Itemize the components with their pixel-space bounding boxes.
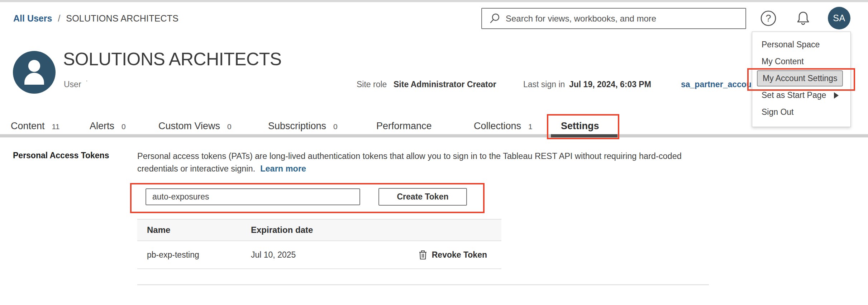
pat-description: Personal access tokens (PATs) are long-l…: [137, 150, 682, 175]
last-sign-in-value: Jul 19, 2024, 6:03 PM: [569, 80, 651, 89]
tab-performance[interactable]: Performance: [376, 121, 432, 132]
pat-description-line2-text: credentials or interactive signin.: [137, 164, 255, 173]
column-header-name: Name: [147, 225, 170, 235]
bell-icon: [795, 10, 812, 27]
window-top-edge: [0, 0, 868, 2]
tab-content[interactable]: Content 11: [11, 121, 59, 132]
tab-collections[interactable]: Collections 1: [474, 121, 533, 132]
set-as-start-page-label: Set as Start Page: [762, 90, 826, 100]
user-settings-page: All Users / SOLUTIONS ARCHITECTS ? SA Pe…: [0, 0, 868, 305]
breadcrumb-current-page: SOLUTIONS ARCHITECTS: [66, 13, 178, 24]
profile-type-label: User': [64, 80, 87, 89]
person-icon: [13, 51, 56, 94]
search-input[interactable]: [501, 14, 745, 24]
page-title: SOLUTIONS ARCHITECTS: [63, 49, 282, 70]
tab-content-count: 11: [52, 122, 60, 131]
token-name-input[interactable]: [146, 188, 360, 205]
tab-alerts-count: 0: [121, 122, 126, 131]
tab-collections-label: Collections: [474, 121, 521, 132]
trash-icon: [418, 249, 428, 260]
user-avatar-button[interactable]: SA: [828, 7, 850, 29]
menu-item-sign-out[interactable]: Sign Out: [752, 104, 850, 121]
token-table-header: Name Expiration date: [137, 219, 501, 241]
search-icon: [488, 13, 501, 25]
help-icon: ?: [760, 10, 777, 27]
active-tab-indicator: [551, 134, 617, 137]
submenu-arrow-icon: [834, 92, 839, 99]
pat-description-line2: credentials or interactive signin.Learn …: [137, 163, 682, 175]
tab-settings[interactable]: Settings: [561, 121, 599, 132]
tab-custom-views[interactable]: Custom Views 0: [158, 121, 232, 132]
menu-item-set-as-start-page[interactable]: Set as Start Page: [752, 87, 850, 104]
pat-section-title: Personal Access Tokens: [13, 151, 109, 160]
tab-alerts[interactable]: Alerts 0: [90, 121, 126, 132]
section-divider: [137, 284, 709, 285]
profile-type-mark: ': [86, 80, 87, 86]
menu-item-personal-space[interactable]: Personal Space: [752, 36, 850, 53]
column-header-expiration: Expiration date: [251, 225, 313, 235]
last-sign-in-label: Last sign in: [523, 80, 565, 89]
tab-subscriptions-label: Subscriptions: [268, 121, 326, 132]
revoke-token-button[interactable]: Revoke Token: [418, 249, 487, 260]
create-token-button[interactable]: Create Token: [378, 188, 467, 206]
notifications-button[interactable]: [794, 9, 812, 27]
profile-avatar: [13, 51, 56, 94]
global-search: [481, 8, 746, 29]
menu-item-my-account-settings[interactable]: My Account Settings: [752, 70, 850, 87]
tab-subscriptions-count: 0: [333, 122, 338, 131]
token-table-row: pb-exp-testing Jul 10, 2025 Revoke Token: [137, 241, 501, 269]
tabs-underline-track: [0, 134, 868, 137]
help-button[interactable]: ?: [759, 9, 777, 27]
username-link[interactable]: sa_partner_accou: [681, 80, 752, 89]
pat-description-line1: Personal access tokens (PATs) are long-l…: [137, 150, 682, 163]
tab-settings-label: Settings: [561, 121, 599, 132]
my-account-settings-highlight[interactable]: My Account Settings: [757, 70, 843, 86]
revoke-token-label: Revoke Token: [432, 250, 487, 260]
account-menu: Personal Space My Content My Account Set…: [752, 32, 851, 127]
token-name-cell: pb-exp-testing: [147, 250, 199, 260]
site-role-label: Site role: [357, 80, 387, 89]
breadcrumb-all-users-link[interactable]: All Users: [13, 13, 52, 24]
tab-custom-views-count: 0: [227, 122, 232, 131]
breadcrumb-separator: /: [58, 13, 60, 24]
tab-performance-label: Performance: [376, 121, 432, 132]
svg-text:?: ?: [766, 13, 771, 24]
tab-custom-views-label: Custom Views: [158, 121, 220, 132]
tab-collections-count: 1: [528, 122, 533, 131]
profile-type-text: User: [64, 80, 81, 89]
tab-content-label: Content: [11, 121, 45, 132]
tab-alerts-label: Alerts: [90, 121, 114, 132]
token-expiration-cell: Jul 10, 2025: [251, 250, 296, 260]
site-role-value: Site Administrator Creator: [394, 80, 496, 89]
breadcrumb: All Users / SOLUTIONS ARCHITECTS: [13, 13, 178, 24]
learn-more-link[interactable]: Learn more: [260, 164, 306, 173]
tab-subscriptions[interactable]: Subscriptions 0: [268, 121, 338, 132]
menu-item-my-content[interactable]: My Content: [752, 53, 850, 70]
